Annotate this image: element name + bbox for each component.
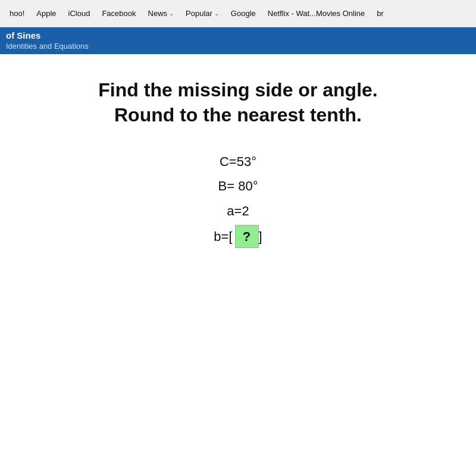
chevron-down-icon: ⌄ [214, 10, 219, 17]
tab-subtitle: Identities and Equations [0, 42, 476, 54]
toolbar-item-popular[interactable]: Popular ⌄ [180, 0, 225, 27]
b-prefix: b=[ [214, 229, 232, 244]
tab-title: of Sines [0, 27, 476, 42]
toolbar-item-facebook[interactable]: Facebook [96, 0, 142, 27]
b-suffix: ] [259, 229, 262, 244]
main-content: Find the missing side or angle. Round to… [0, 54, 476, 459]
tab-bar: of Sines Identities and Equations [0, 27, 476, 54]
question-heading: Find the missing side or angle. Round to… [18, 78, 458, 127]
toolbar-item-br[interactable]: br [371, 0, 390, 27]
toolbar-item-news[interactable]: News ⌄ [142, 0, 180, 27]
heading-line1: Find the missing side or angle. [98, 79, 377, 101]
toolbar-item-apple[interactable]: Apple [30, 0, 62, 27]
problem-line-a: a=2 [227, 201, 249, 221]
toolbar-item-google[interactable]: Google [225, 0, 262, 27]
toolbar-item-icloud[interactable]: iCloud [62, 0, 96, 27]
toolbar-news-label: News [148, 9, 168, 18]
answer-box[interactable]: ? [235, 225, 259, 248]
toolbar-item-netflix[interactable]: Netflix - Wat...Movies Online [262, 0, 371, 27]
toolbar-popular-label: Popular [186, 9, 212, 18]
heading-line2: Round to the nearest tenth. [114, 104, 362, 126]
chevron-down-icon: ⌄ [169, 10, 174, 17]
problem-area: C=53° B= 80° a=2 b=[ ? ] [18, 151, 458, 248]
problem-line-b: B= 80° [218, 176, 258, 196]
problem-line-c: C=53° [220, 151, 256, 172]
browser-toolbar: hoo! Apple iCloud Facebook News ⌄ Popula… [0, 0, 476, 27]
problem-line-b-unknown: b=[ ? ] [214, 225, 262, 248]
toolbar-item-yahoo[interactable]: hoo! [4, 0, 30, 27]
